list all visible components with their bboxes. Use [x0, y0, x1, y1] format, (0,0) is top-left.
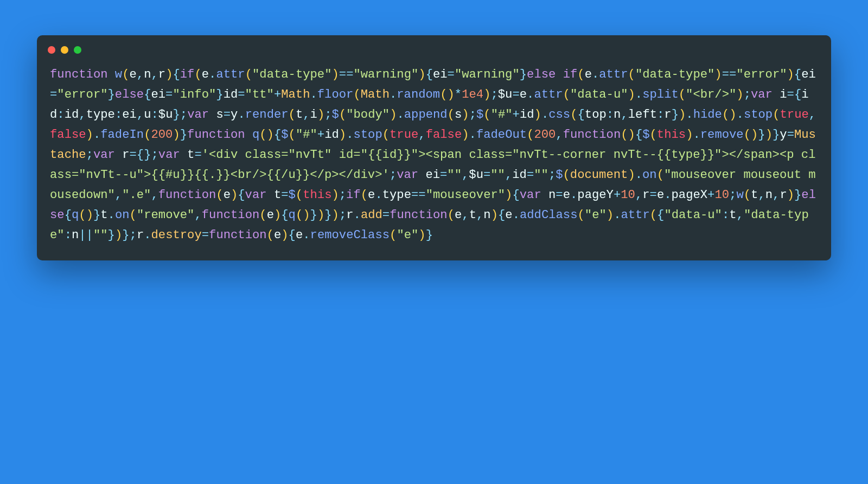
code-token: . — [346, 128, 353, 142]
window-zoom-icon[interactable] — [74, 46, 81, 54]
code-token: true — [390, 128, 418, 142]
code-token: : — [722, 208, 729, 222]
code-token: ei — [801, 68, 816, 81]
code-token: addClass — [520, 208, 578, 222]
code-token: ( — [79, 208, 86, 222]
code-token: if — [346, 188, 361, 202]
code-token: ( — [296, 188, 303, 202]
window-minimize-icon[interactable] — [61, 46, 68, 54]
code-token: = — [787, 88, 794, 101]
code-token: var — [93, 148, 122, 162]
code-token: document — [570, 168, 628, 182]
code-token: ) — [418, 68, 425, 81]
code-token: n — [765, 188, 773, 202]
code-token: on — [642, 168, 657, 182]
code-token: "#" — [296, 128, 317, 142]
code-token: this — [303, 188, 331, 202]
code-token: : — [151, 108, 158, 122]
code-token: ) — [628, 88, 635, 101]
code-token: 200 — [151, 128, 173, 142]
code-token: fadeOut — [476, 128, 527, 142]
code-token: removeClass — [310, 228, 390, 242]
code-token: { — [274, 128, 281, 142]
code-token: $ — [556, 168, 563, 182]
code-token: $ — [281, 128, 288, 142]
code-token: "data-u" — [664, 208, 722, 222]
code-token: ( — [722, 108, 729, 122]
code-token: t — [729, 208, 736, 222]
code-token: ( — [259, 208, 266, 222]
code-token: ( — [577, 68, 584, 81]
code-token: } — [173, 108, 180, 122]
code-token: ) — [267, 128, 274, 142]
code-token: } — [310, 208, 317, 222]
code-token: ) — [339, 128, 346, 142]
code-token: ; — [729, 188, 736, 202]
code-token: { — [794, 68, 801, 81]
code-token: split — [642, 88, 679, 101]
code-token: "error" — [57, 88, 107, 101]
code-token: ; — [548, 168, 556, 182]
code-token: ( — [578, 208, 585, 222]
code-token: ( — [353, 88, 360, 101]
code-token: ( — [361, 188, 368, 202]
code-token: false — [50, 128, 86, 142]
code-token: ; — [86, 148, 93, 162]
code-token: = — [650, 188, 657, 202]
code-token: random — [397, 88, 440, 101]
code-token: , — [194, 208, 201, 222]
code-token: } — [93, 208, 100, 222]
code-token: { — [578, 108, 585, 122]
code-token: ) — [491, 208, 498, 222]
code-token: e — [455, 208, 462, 222]
code-token: = — [527, 168, 534, 182]
code-token: r — [346, 208, 353, 222]
code-token: : — [65, 228, 72, 242]
code-token: , — [809, 108, 816, 122]
code-token: : — [607, 108, 614, 122]
code-token: var — [520, 188, 548, 202]
code-token: ) — [462, 128, 469, 142]
titlebar — [37, 35, 831, 65]
code-token: { — [498, 208, 505, 222]
code-token: append — [404, 108, 448, 122]
code-token: e — [657, 188, 664, 202]
code-token: $u — [469, 168, 483, 182]
code-token: q — [252, 128, 259, 142]
code-token: } — [180, 128, 187, 142]
code-token: if — [180, 68, 195, 81]
code-token: r — [780, 188, 787, 202]
code-token: ) — [165, 68, 173, 81]
code-token: $u — [498, 88, 513, 101]
code-token: i — [780, 88, 787, 101]
code-token: ) — [714, 68, 722, 81]
code-token: ) — [505, 188, 512, 202]
code-token: ( — [679, 88, 686, 101]
code-token: "data-type" — [252, 68, 331, 81]
code-token: } — [520, 68, 527, 81]
code-token: = — [202, 228, 209, 242]
code-token: id — [224, 88, 238, 101]
code-token: { — [173, 68, 180, 81]
code-token: w — [736, 188, 743, 202]
code-token: 10 — [714, 188, 729, 202]
code-token: , — [303, 108, 310, 122]
code-token: ) — [331, 68, 339, 81]
code-token: } — [122, 228, 129, 242]
code-token: ) — [787, 188, 794, 202]
code-token: $ — [642, 128, 649, 142]
code-token: ; — [490, 88, 497, 101]
code-token: { — [794, 88, 801, 101]
code-token: ) — [418, 228, 425, 242]
code-token: ) — [274, 208, 281, 222]
code-token: i — [310, 108, 317, 122]
code-token: s — [455, 108, 462, 122]
code-token: function — [563, 128, 621, 142]
code-token: ) — [607, 208, 614, 222]
code-token: , — [462, 208, 469, 222]
window-close-icon[interactable] — [48, 46, 55, 54]
code-token: attr — [216, 68, 245, 81]
code-token: "data-u" — [570, 88, 628, 101]
code-token: = — [281, 188, 288, 202]
code-token: . — [397, 108, 404, 122]
